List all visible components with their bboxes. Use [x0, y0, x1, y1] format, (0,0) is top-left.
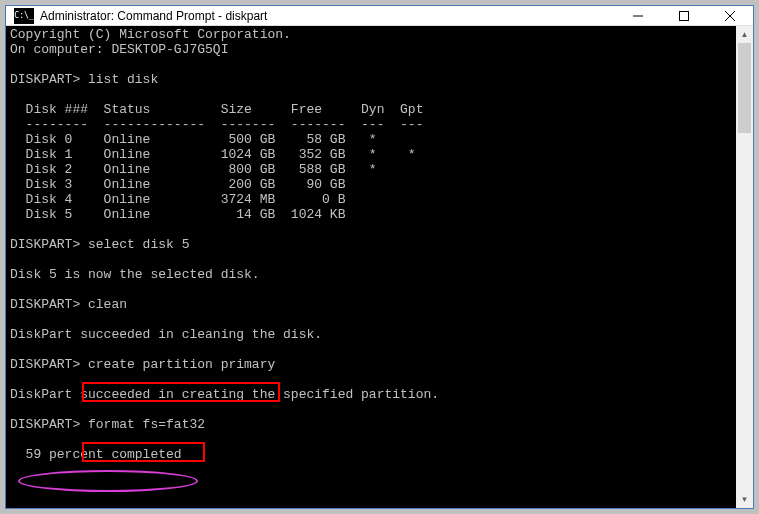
highlight-create-partition	[82, 382, 280, 402]
close-button[interactable]	[707, 6, 753, 25]
terminal-area: Copyright (C) Microsoft Corporation. On …	[6, 26, 753, 508]
line-disk-0: Disk 0 Online 500 GB 58 GB *	[10, 132, 377, 147]
line-disk-2: Disk 2 Online 800 GB 588 GB *	[10, 162, 377, 177]
line-disk-3: Disk 3 Online 200 GB 90 GB	[10, 177, 345, 192]
scroll-track[interactable]	[736, 43, 753, 491]
scroll-down-button[interactable]: ▼	[736, 491, 753, 508]
line-prompt-create: DISKPART> create partition primary	[10, 357, 275, 372]
line-copyright: Copyright (C) Microsoft Corporation.	[10, 27, 291, 42]
terminal-output[interactable]: Copyright (C) Microsoft Corporation. On …	[6, 26, 736, 508]
svg-rect-1	[680, 11, 689, 20]
titlebar[interactable]: C:\_ Administrator: Command Prompt - dis…	[6, 6, 753, 26]
line-selected: Disk 5 is now the selected disk.	[10, 267, 260, 282]
line-prompt-format: DISKPART> format fs=fat32	[10, 417, 205, 432]
line-prompt-select: DISKPART> select disk 5	[10, 237, 189, 252]
minimize-button[interactable]	[615, 6, 661, 25]
line-disk-1: Disk 1 Online 1024 GB 352 GB * *	[10, 147, 416, 162]
window-controls	[615, 6, 753, 25]
command-prompt-window: C:\_ Administrator: Command Prompt - dis…	[5, 5, 754, 509]
scrollbar[interactable]: ▲ ▼	[736, 26, 753, 508]
line-disk-4: Disk 4 Online 3724 MB 0 B	[10, 192, 345, 207]
maximize-button[interactable]	[661, 6, 707, 25]
highlight-format-fat32	[82, 442, 205, 462]
scroll-up-button[interactable]: ▲	[736, 26, 753, 43]
scroll-thumb[interactable]	[738, 43, 751, 133]
line-prompt-clean: DISKPART> clean	[10, 297, 127, 312]
line-clean-ok: DiskPart succeeded in cleaning the disk.	[10, 327, 322, 342]
highlight-progress-ellipse	[18, 470, 198, 492]
line-table-header: Disk ### Status Size Free Dyn Gpt	[10, 102, 423, 117]
line-prompt-list: DISKPART> list disk	[10, 72, 158, 87]
window-title: Administrator: Command Prompt - diskpart	[40, 9, 615, 23]
line-disk-5: Disk 5 Online 14 GB 1024 KB	[10, 207, 345, 222]
cmd-icon: C:\_	[14, 8, 34, 24]
line-table-sep: -------- ------------- ------- ------- -…	[10, 117, 423, 132]
line-computer: On computer: DESKTOP-GJ7G5QI	[10, 42, 228, 57]
